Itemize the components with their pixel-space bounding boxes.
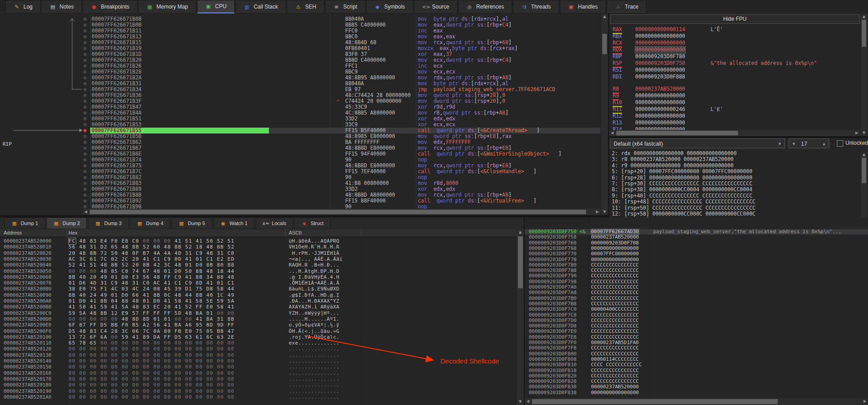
breakpoint-dot[interactable] bbox=[83, 100, 87, 103]
tab-dump-4[interactable]: ▦Dump 4 bbox=[130, 217, 171, 229]
stack-row[interactable]: 0000009203D0F8380000000000000000 bbox=[525, 390, 868, 396]
hide-fpu-button[interactable]: Hide FPU bbox=[610, 14, 860, 24]
disasm-vscrollbar[interactable]: ▲ ▼ bbox=[601, 14, 608, 215]
disasm-row[interactable]: 00007FF626671B8290nop bbox=[83, 175, 601, 180]
breakpoint-dot[interactable] bbox=[83, 170, 87, 173]
tab-cpu[interactable]: ▣CPU bbox=[197, 0, 235, 14]
disasm-row[interactable]: 00007FF626671B208B8D C4000000mov ecx,dwo… bbox=[83, 57, 601, 63]
tab-watch-1[interactable]: ◉Watch 1 bbox=[213, 217, 254, 229]
stack-row[interactable]: 0000009203D0F7E0CCCCCCCCCCCCCCCC bbox=[525, 329, 868, 334]
breakpoint-dot[interactable] bbox=[83, 199, 87, 202]
disasm-row[interactable]: 00007FF626671B8341:B8 00800000mov r8d,80… bbox=[83, 180, 601, 186]
disasm-row[interactable]: 00007FF626671B1D83F0 37xor eax,37 bbox=[83, 51, 601, 57]
breakpoint-dot[interactable] bbox=[83, 164, 87, 167]
breakpoint-dot[interactable] bbox=[83, 182, 87, 185]
argument-row[interactable]: 5: [rsp+20] 00007FFC00000000 00007FFC000… bbox=[612, 169, 753, 175]
tab-dump-1[interactable]: ▦Dump 1 bbox=[5, 217, 45, 229]
tab-call-stack[interactable]: ▥Call Stack bbox=[235, 0, 286, 14]
tab-dump-5[interactable]: ▦Dump 5 bbox=[171, 217, 212, 229]
tab-seh[interactable]: ⚠SEH bbox=[287, 0, 324, 14]
tab-dump-2[interactable]: ▦Dump 2 bbox=[46, 217, 87, 229]
stack-row[interactable]: 0000009203D0F810CCCC CCCCCCCCCCCC bbox=[525, 362, 868, 368]
dump-header-address[interactable]: Address bbox=[4, 229, 22, 237]
breakpoint-dot[interactable] bbox=[83, 70, 87, 74]
breakpoint-dot[interactable] bbox=[83, 64, 87, 68]
disasm-row[interactable]: 00007FF626671B4745:33C9xor r9d,r9d bbox=[83, 104, 601, 110]
breakpoint-dot[interactable] bbox=[83, 35, 87, 38]
breakpoint-dot[interactable] bbox=[83, 53, 87, 56]
tab-threads[interactable]: ⇉Threads bbox=[513, 0, 559, 14]
disasm-row[interactable]: 00007FF626671B26FFC1inc ecx bbox=[83, 63, 601, 69]
disasm-row[interactable]: 00007FF626671B2A48:8B95 A8000000mov rdx,… bbox=[83, 75, 601, 81]
argument-row[interactable]: 12: [rsp+58] 0000000000CC000C 0000000000… bbox=[612, 211, 756, 217]
tab-breakpoints[interactable]: ●Breakpoints bbox=[83, 0, 137, 14]
breakpoint-dot[interactable] bbox=[83, 94, 87, 97]
disasm-row[interactable]: 00007FF626671B138BC0mov eax,eax bbox=[83, 34, 601, 40]
argument-row[interactable]: 11: [rsp+50] CCCCCCCCCCCCCCCC CCCCCCCCCC… bbox=[612, 205, 756, 211]
disasm-row[interactable]: 00007FF626671B5133D2xor edx,edx bbox=[83, 116, 601, 122]
disasm-row[interactable]: 00007FF626671B3648:C74424 28 00000000mov… bbox=[83, 92, 601, 98]
breakpoint-dot[interactable] bbox=[83, 147, 87, 150]
stack-row[interactable]: 0000009203D0F7F8CCCCCCCCCCCCCCCC bbox=[525, 345, 868, 351]
disasm-row[interactable]: 00007FF626671B11FFC0inc eax bbox=[83, 28, 601, 34]
disasm-row[interactable]: 00007FF626671B190FB60401movzx eax,byte p… bbox=[83, 46, 601, 51]
breakpoint-dot[interactable] bbox=[83, 41, 87, 44]
disasm-row[interactable]: 00007FF626671B288BC9mov ecx,ecx bbox=[83, 69, 601, 75]
argument-row[interactable]: 4: r9 0000000000000000 0000000000000000 bbox=[612, 163, 734, 169]
breakpoint-dot[interactable] bbox=[83, 76, 87, 79]
breakpoint-dot[interactable] bbox=[83, 82, 87, 85]
spinner-down-icon[interactable]: ▼ bbox=[792, 139, 796, 149]
tab-trace[interactable]: ∴Trace bbox=[607, 0, 646, 14]
stack-row[interactable]: 0000009203D0F7C8CCCCCCCCCCCCCCCC bbox=[525, 313, 868, 318]
dump-vscroll-thumb[interactable] bbox=[518, 236, 523, 288]
disasm-row[interactable]: 00007FF626671B0888040Amov byte ptr ds:[r… bbox=[83, 16, 601, 22]
dump-header-hex[interactable]: Hex bbox=[69, 229, 78, 237]
stack-row[interactable]: 0000009203D0F83000000237AB520000 bbox=[525, 384, 868, 390]
breakpoint-dot[interactable] bbox=[83, 141, 87, 144]
breakpoint-dot[interactable] bbox=[83, 88, 87, 91]
registers-hscrollbar[interactable]: ◀ ▶ bbox=[609, 130, 860, 136]
disasm-row[interactable]: 00007FF626671B92FF15 88F40000call qword … bbox=[83, 198, 601, 204]
tab-references[interactable]: ◎References bbox=[458, 0, 512, 14]
arguments-vscroll-thumb[interactable] bbox=[862, 158, 866, 183]
breakpoint-dot[interactable] bbox=[83, 188, 87, 191]
breakpoint-dot[interactable] bbox=[83, 135, 87, 138]
registers-hscroll-thumb[interactable] bbox=[616, 131, 738, 135]
breakpoint-dot[interactable] bbox=[83, 59, 87, 62]
disasm-row[interactable]: 00007FF626671B4A4C:8B85 A8000000mov r8,q… bbox=[83, 110, 601, 116]
disasm-row[interactable]: 00007FF626671B1548:8B4D 68mov rcx,qword … bbox=[83, 40, 601, 46]
stack-row[interactable]: 0000009203D0F7A8CCCCCCCCCCCCCCCC bbox=[525, 290, 868, 295]
stack-row[interactable]: 0000009203D0F75800000237AB520000 bbox=[525, 235, 868, 240]
breakpoint-dot-enabled[interactable] bbox=[83, 129, 87, 132]
breakpoint-dot[interactable] bbox=[83, 152, 87, 156]
tab-source[interactable]: <>Source bbox=[414, 0, 457, 14]
disasm-hscrollbar[interactable]: ◀ ▶ bbox=[83, 209, 600, 215]
breakpoint-dot[interactable] bbox=[83, 23, 87, 27]
disasm-row[interactable]: 00007FF626671B7CFF15 7EF40000call qword … bbox=[83, 169, 601, 175]
breakpoint-dot[interactable] bbox=[83, 18, 87, 21]
argument-row[interactable]: 2: rdx 0000000000000000 0000000000000000 bbox=[612, 151, 737, 156]
tab-locals[interactable]: x=Locals bbox=[256, 217, 293, 229]
stack-row[interactable]: 0000009203D0F818CCCCCCCCCCCCCCCC bbox=[525, 368, 868, 373]
arguments-vscrollbar[interactable]: ▲ bbox=[861, 152, 867, 217]
tab-symbols[interactable]: ◆Symbols bbox=[366, 0, 413, 14]
stack-row[interactable]: 0000009203D0F7C000000400CCCCCCCC bbox=[525, 307, 868, 312]
unlocked-checkbox[interactable] bbox=[837, 140, 843, 147]
disasm-row[interactable]: 00007FF626671B62BA FFFFFFFFmov edx,FFFFF… bbox=[83, 139, 601, 145]
dump-header-ascii[interactable]: ASCII bbox=[289, 229, 302, 237]
disasm-row[interactable]: 00007FF626671B8933D2xor edx,edx bbox=[83, 186, 601, 192]
disasm-hscroll-thumb[interactable] bbox=[90, 210, 586, 214]
tab-notes[interactable]: ▤Notes bbox=[42, 0, 82, 14]
breakpoint-dot[interactable] bbox=[83, 158, 87, 161]
breakpoint-dot[interactable] bbox=[83, 117, 87, 120]
argument-row[interactable]: 10: [rsp+48] CCCCCCCCCCCCCCCC CCCCCCCCCC… bbox=[612, 199, 756, 205]
stack-hscroll-thumb[interactable] bbox=[532, 399, 778, 404]
argument-row[interactable]: 7: [rsp+30] CCCCCCCCCCCCCCCC CCCCCCCCCCC… bbox=[612, 181, 753, 187]
breakpoint-dot[interactable] bbox=[83, 47, 87, 50]
disasm-row[interactable]: 00007FF626671B34EB 97jmp payload_staging… bbox=[83, 87, 601, 92]
argument-row[interactable]: 3: r8 00000237AB520000 00000237AB520000 bbox=[612, 156, 734, 162]
calling-convention-select[interactable]: Default (x64 fastcall) ▼ bbox=[610, 138, 785, 148]
stack-row[interactable]: 0000009203D0F790CCCCCCCCCCCCCCCC bbox=[525, 273, 868, 279]
breakpoint-dot[interactable] bbox=[83, 29, 87, 32]
registers-vscrollbar[interactable]: ▲ ▼ bbox=[861, 14, 867, 136]
